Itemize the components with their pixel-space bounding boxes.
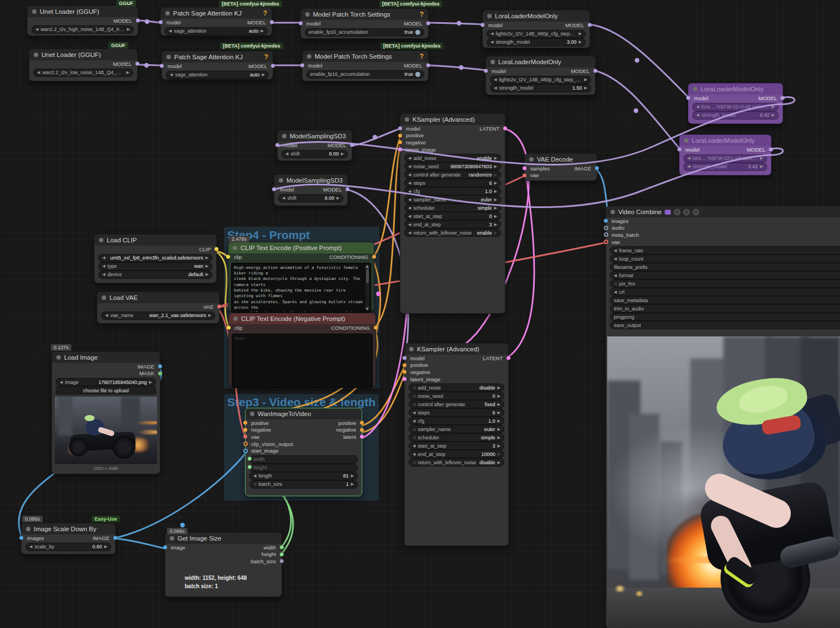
input-port-latent-image[interactable] [403,377,406,381]
node-header-patch-sage-2[interactable]: Patch Sage Attention KJ? [162,51,273,63]
widget-lightx2v-i2v-14b-480p-cfg-step-distill[interactable]: ◀lightx2v_I2V_14B_480p_cfg_step_distill_… [490,76,591,84]
decrement-arrow-icon[interactable]: ◀ [614,257,617,261]
node-header-patch-sage-1[interactable]: Patch Sage Attention KJ? [161,8,272,19]
widget-control-after-generate[interactable]: ◀control after generaterandomize▶ [404,170,501,179]
collapse-dot-icon[interactable] [305,12,310,17]
node-model-sampling-2[interactable]: ModelSamplingSD3modelMODEL◀shift8.00▶ [274,174,348,206]
increment-arrow-icon[interactable]: ▶ [579,32,582,36]
widget-lightx2v-i2v-14b-480p-cfg-step-distill[interactable]: ◀lightx2v_I2V_14B_480p_cfg_step_distill_… [487,30,586,38]
increment-arrow-icon[interactable]: ▶ [494,198,497,202]
decrement-arrow-icon[interactable]: ◀ [60,380,62,385]
node-unet-loader-2[interactable]: Unet Loader (GGUF)MODEL◀wan2.2_i2v_low_n… [29,49,138,81]
output-port-latent[interactable] [507,356,510,360]
widget-cfg[interactable]: ◀cfg1.0▶ [404,187,501,195]
input-port-model[interactable] [481,23,484,27]
output-port-negative[interactable] [360,428,364,432]
widget-input-port[interactable] [248,457,252,461]
decrement-arrow-icon[interactable]: ◀ [285,152,288,156]
node-header-unet-loader-1[interactable]: Unet Loader (GGUF) [28,6,138,17]
output-port-model[interactable] [593,69,597,73]
increment-arrow-icon[interactable]: ▶ [585,77,587,82]
widget-save-metadata[interactable]: save_metadata [610,296,840,304]
increment-arrow-icon[interactable]: ▶ [498,419,500,423]
decrement-arrow-icon[interactable]: ◀ [614,273,617,278]
collapse-dot-icon[interactable] [405,117,409,122]
widget-scheduler[interactable]: ◀schedulersimple▶ [404,204,501,212]
node-header-video-combine[interactable]: Video Combine [606,206,840,217]
widget-device[interactable]: ◀devicedefault▶ [98,271,212,279]
decrement-arrow-icon[interactable]: ◀ [408,222,411,227]
decrement-arrow-icon[interactable]: ◀ [413,394,415,398]
widget-sampler-name[interactable]: ◀sampler_nameeuler▶ [409,425,504,433]
collapse-dot-icon[interactable] [529,157,534,162]
increment-arrow-icon[interactable]: ▶ [494,206,497,210]
decrement-arrow-icon[interactable]: ◀ [37,70,40,75]
widget-start-at-step[interactable]: ◀start_at_step3▶ [409,442,504,450]
decrement-arrow-icon[interactable]: ◀ [413,435,415,440]
increment-arrow-icon[interactable]: ▶ [337,196,340,200]
prompt-textarea[interactable]: text [232,334,373,388]
increment-arrow-icon[interactable]: ▶ [498,386,500,390]
widget-strength-model[interactable]: ◀strength_model0.42▶ [692,111,779,120]
input-port-model[interactable] [677,148,681,152]
output-port-model[interactable] [135,62,139,66]
node-header-ksampler-1[interactable]: KSampler (Advanced) [400,114,505,125]
widget-strength-model[interactable]: ◀strength_model3.00▶ [487,38,586,46]
increment-arrow-icon[interactable]: ▶ [127,27,130,32]
node-clip-positive[interactable]: CLIP Text Encode (Positive Prompt)clipCO… [228,242,374,312]
node-header-clip-positive[interactable]: CLIP Text Encode (Positive Prompt) [228,242,374,253]
widget-end-at-step[interactable]: ◀end_at_step3▶ [404,220,501,229]
decrement-arrow-icon[interactable]: ◀ [413,419,415,423]
scroll-thumb[interactable] [366,269,369,283]
collapse-dot-icon[interactable] [693,87,697,91]
collapse-dot-icon[interactable] [165,11,170,15]
decrement-arrow-icon[interactable]: ◀ [102,256,105,260]
node-graph-canvas[interactable]: Step4 - PromptStep3 - Video size & lengt… [0,0,840,628]
input-port-model[interactable] [403,356,406,360]
decrement-arrow-icon[interactable]: ◀ [408,189,411,194]
widget-input-port[interactable] [248,465,252,469]
increment-arrow-icon[interactable]: ▶ [494,173,497,177]
widget-loop-count[interactable]: ◀loop_count [610,255,840,263]
input-port-model[interactable] [275,143,279,147]
node-header-load-clip[interactable]: Load CLIP [95,235,216,246]
help-icon[interactable]: ? [420,11,424,18]
node-header-model-patch-1[interactable]: Model Patch Torch Settings? [301,9,428,20]
toggle-knob-icon[interactable] [415,30,420,35]
widget-end-at-step[interactable]: ◀end_at_step10000▶ [409,450,504,458]
scroll-up-icon[interactable] [366,265,369,268]
decrement-arrow-icon[interactable]: ◀ [408,231,411,235]
input-port-negative[interactable] [403,370,406,374]
widget-shift[interactable]: ◀shift8.00▶ [278,194,343,203]
node-header-load-image[interactable]: Load Image [52,352,160,363]
node-lora-loader-2[interactable]: LoraLoaderModelOnlymodelMODEL◀lightx2v_I… [486,56,596,95]
widget-return-with-leftover-noise[interactable]: ◀return_with_leftover_noisedisable▶ [409,458,504,466]
input-port-audio[interactable] [604,226,608,230]
increment-arrow-icon[interactable]: ▶ [498,435,500,440]
scroll-down-icon[interactable] [366,308,369,310]
output-port-vae[interactable] [217,305,221,309]
widget-add-noise[interactable]: ◀add_noiseenable▶ [404,154,501,162]
increment-arrow-icon[interactable]: ▶ [494,164,497,169]
widget-trim-to-audio[interactable]: trim_to_audio [610,304,840,313]
help-icon[interactable]: ? [263,9,267,17]
widget-noise-seed[interactable]: ◀noise_seed0▶ [409,392,504,400]
widget-vae-name[interactable]: ◀vae_namewan_2.1_vae.safetensors▶ [101,312,215,320]
widget-steps[interactable]: ◀steps6▶ [409,408,504,417]
widget-lora-nsfw-22-l-e8-safetensors[interactable]: ◀lora ... NSFW-22-L-e8.safetensors▶ [684,154,767,163]
node-load-image[interactable]: Load ImageIMAGEMASK◀image17607195945040.… [51,351,160,474]
increment-arrow-icon[interactable]: ▶ [206,272,208,277]
increment-arrow-icon[interactable]: ▶ [498,460,500,465]
input-port-model[interactable] [159,20,163,24]
decrement-arrow-icon[interactable]: ◀ [687,164,690,169]
input-port-model[interactable] [299,22,302,25]
input-port-negative[interactable] [243,428,247,432]
node-ksampler-2[interactable]: KSampler (Advanced)modelLATENTpositivene… [404,343,509,546]
badge-icon[interactable] [684,209,690,215]
input-port-images[interactable] [604,219,608,223]
decrement-arrow-icon[interactable]: ◀ [408,198,411,202]
output-port-clip[interactable] [215,247,218,251]
node-patch-sage-2[interactable]: Patch Sage Attention KJ?modelMODEL◀sage_… [161,51,273,80]
decrement-arrow-icon[interactable]: ◀ [105,313,108,318]
node-header-model-sampling-1[interactable]: ModelSamplingSD3 [278,131,352,142]
